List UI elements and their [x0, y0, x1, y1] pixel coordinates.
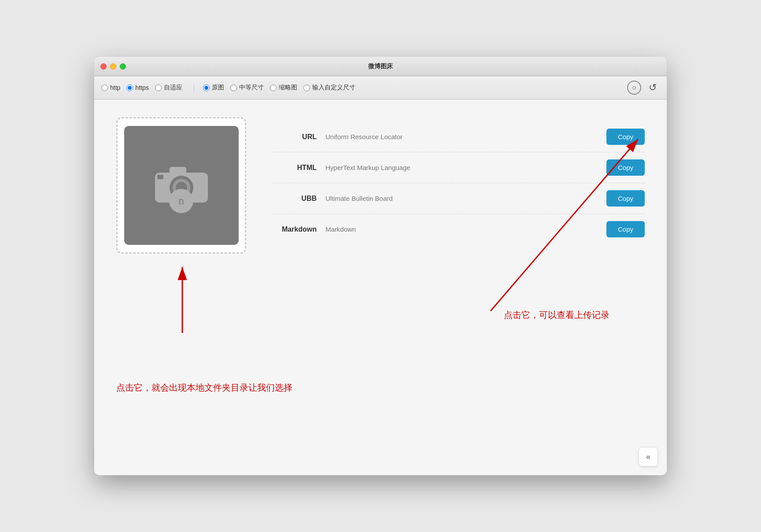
toolbar: http https 自适应 原图 中等尺寸 缩略图: [94, 76, 667, 100]
main-content: n URL Uniform Resource Locator Copy HTML…: [94, 100, 667, 475]
camera-placeholder: n: [153, 158, 210, 213]
size-group: 原图 中等尺寸 缩略图 输入自定义尺寸: [194, 84, 355, 92]
copy-ubb-button[interactable]: Copy: [606, 190, 645, 207]
history-annotation: 点击它，可以查看上传记录: [504, 309, 610, 321]
image-annotation: 点击它，就会出现本地文件夹目录让我们选择: [116, 382, 292, 394]
format-label-ubb: UBB: [273, 195, 317, 203]
svg-rect-5: [157, 175, 163, 179]
titlebar: 微博图床: [94, 57, 667, 76]
copy-url-button[interactable]: Copy: [606, 129, 645, 145]
window-title: 微博图床: [368, 63, 393, 70]
format-label-markdown: Markdown: [273, 225, 317, 233]
collapse-button[interactable]: «: [639, 447, 658, 466]
size-custom[interactable]: 输入自定义尺寸: [303, 84, 355, 92]
protocol-group: http https 自适应: [101, 84, 182, 92]
content-row: n URL Uniform Resource Locator Copy HTML…: [116, 117, 645, 254]
image-preview: n: [124, 126, 239, 245]
upload-button[interactable]: ○: [627, 81, 641, 95]
main-window: 微博图床 http https 自适应 原图 中等尺: [94, 57, 667, 475]
size-medium[interactable]: 中等尺寸: [230, 84, 264, 92]
format-panel: URL Uniform Resource Locator Copy HTML H…: [273, 117, 645, 244]
maximize-button[interactable]: [120, 63, 126, 70]
image-drop-area[interactable]: n: [116, 117, 246, 254]
window-controls: [100, 63, 126, 70]
format-row-url: URL Uniform Resource Locator Copy: [273, 122, 645, 152]
close-button[interactable]: [100, 63, 107, 70]
format-row-markdown: Markdown Markdown Copy: [273, 214, 645, 244]
size-original[interactable]: 原图: [203, 84, 224, 92]
history-button[interactable]: ↺: [646, 81, 660, 95]
format-label-html: HTML: [273, 164, 317, 172]
minimize-button[interactable]: [110, 63, 116, 70]
format-row-html: HTML HyperText Markup Language Copy: [273, 152, 645, 183]
protocol-http[interactable]: http: [101, 84, 120, 91]
format-label-url: URL: [273, 133, 317, 141]
history-hint-text: 点击它，可以查看上传记录: [504, 310, 610, 320]
format-value-markdown: Markdown: [325, 225, 598, 233]
format-value-html: HyperText Markup Language: [325, 164, 598, 171]
image-hint-text: 点击它，就会出现本地文件夹目录让我们选择: [116, 383, 292, 392]
camera-n-badge: n: [169, 189, 193, 213]
svg-rect-1: [170, 167, 186, 176]
protocol-auto[interactable]: 自适应: [155, 84, 182, 92]
format-value-url: Uniform Resource Locator: [325, 133, 598, 140]
format-row-ubb: UBB Ultimate Bulletin Board Copy: [273, 183, 645, 214]
format-value-ubb: Ultimate Bulletin Board: [325, 195, 598, 202]
protocol-https[interactable]: https: [126, 84, 148, 91]
copy-html-button[interactable]: Copy: [606, 159, 645, 176]
copy-markdown-button[interactable]: Copy: [606, 221, 645, 237]
size-thumbnail[interactable]: 缩略图: [270, 84, 297, 92]
toolbar-right: ○ ↺: [627, 81, 660, 95]
